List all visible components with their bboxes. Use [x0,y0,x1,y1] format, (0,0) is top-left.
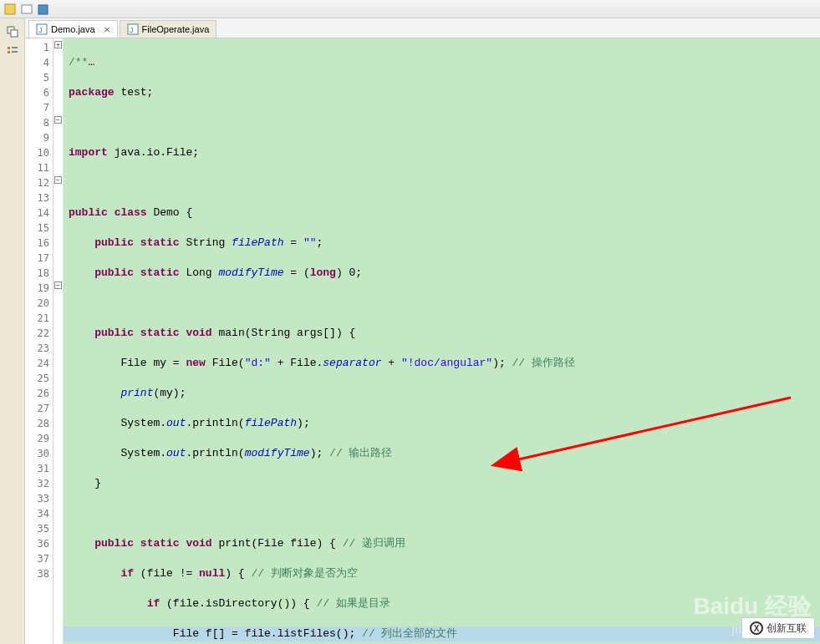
java-file-icon: J [36,23,48,35]
close-icon[interactable]: ✕ [104,25,110,34]
svg-text:J: J [38,26,43,34]
restore-icon[interactable] [6,25,19,38]
tab-label: Demo.java [51,24,95,34]
java-file-icon: J [127,23,139,35]
svg-text:J: J [130,26,134,34]
editor-area: J Demo.java ✕ J FileOperate.java 1456789… [25,18,820,644]
svg-rect-8 [12,51,18,53]
fold-toggle[interactable]: + [54,41,62,48]
fold-toggle[interactable]: − [54,281,62,289]
line-number-gutter: 1456789101112131415161718192021222324252… [25,38,53,644]
main-toolbar [0,0,820,18]
fold-column: + − − − [53,38,64,644]
tab-fileoperate-java[interactable]: J FileOperate.java [120,20,217,38]
svg-rect-5 [8,47,10,49]
editor-tabs: J Demo.java ✕ J FileOperate.java [25,18,820,38]
toolbar-icon[interactable] [20,3,33,16]
badge-icon: X [750,621,763,635]
side-gutter [0,18,25,644]
fold-toggle[interactable]: − [54,176,62,184]
code-body[interactable]: /**… package test; import java.io.File; … [64,38,820,644]
svg-rect-2 [38,5,48,14]
toolbar-icon[interactable] [3,3,17,16]
svg-rect-0 [5,4,15,14]
svg-rect-4 [11,30,18,37]
svg-rect-1 [22,5,32,13]
svg-rect-7 [8,51,10,53]
outline-icon[interactable] [6,45,19,58]
fold-toggle[interactable]: − [54,116,62,124]
tab-demo-java[interactable]: J Demo.java ✕ [28,20,118,38]
toolbar-icon[interactable] [37,3,50,16]
tab-label: FileOperate.java [142,24,210,34]
svg-rect-6 [12,47,18,48]
badge-text: 创新互联 [767,621,807,636]
code-container: 1456789101112131415161718192021222324252… [25,38,820,644]
corner-badge: X 创新互联 [741,617,815,639]
